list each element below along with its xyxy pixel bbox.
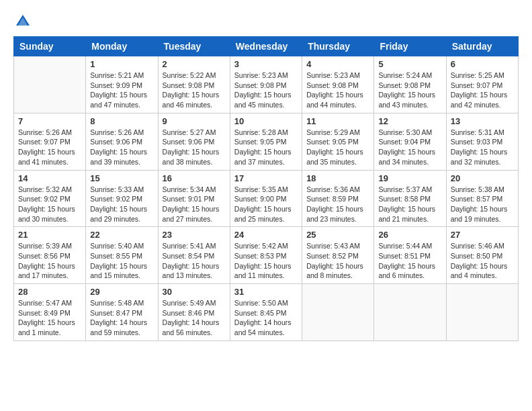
calendar-cell: 14Sunrise: 5:32 AM Sunset: 9:02 PM Dayli…: [14, 170, 86, 227]
day-number: 21: [18, 230, 81, 240]
calendar-cell: 24Sunrise: 5:42 AM Sunset: 8:53 PM Dayli…: [230, 227, 302, 284]
day-number: 30: [163, 287, 226, 297]
calendar-cell: [446, 284, 518, 341]
calendar-cell: 30Sunrise: 5:49 AM Sunset: 8:46 PM Dayli…: [158, 284, 230, 341]
day-number: 12: [378, 116, 441, 126]
day-info: Sunrise: 5:40 AM Sunset: 8:55 PM Dayligh…: [90, 241, 153, 281]
week-row-3: 14Sunrise: 5:32 AM Sunset: 9:02 PM Dayli…: [14, 170, 519, 227]
day-info: Sunrise: 5:30 AM Sunset: 9:04 PM Dayligh…: [378, 128, 441, 167]
calendar-cell: 3Sunrise: 5:23 AM Sunset: 9:08 PM Daylig…: [230, 56, 302, 113]
calendar-cell: 21Sunrise: 5:39 AM Sunset: 8:56 PM Dayli…: [14, 227, 86, 284]
day-number: 13: [451, 116, 514, 126]
day-info: Sunrise: 5:42 AM Sunset: 8:53 PM Dayligh…: [234, 241, 298, 281]
day-number: 5: [378, 59, 441, 69]
day-number: 4: [306, 59, 369, 69]
week-row-1: 1Sunrise: 5:21 AM Sunset: 9:09 PM Daylig…: [14, 56, 519, 113]
day-info: Sunrise: 5:26 AM Sunset: 9:07 PM Dayligh…: [18, 128, 81, 167]
day-info: Sunrise: 5:28 AM Sunset: 9:05 PM Dayligh…: [234, 128, 298, 167]
day-number: 19: [378, 173, 441, 183]
day-number: 3: [234, 59, 298, 69]
week-row-2: 7Sunrise: 5:26 AM Sunset: 9:07 PM Daylig…: [14, 113, 519, 170]
day-number: 25: [306, 230, 369, 240]
day-info: Sunrise: 5:39 AM Sunset: 8:56 PM Dayligh…: [18, 241, 81, 281]
day-info: Sunrise: 5:32 AM Sunset: 9:02 PM Dayligh…: [18, 185, 81, 224]
calendar-cell: [14, 56, 86, 113]
header-thursday: Thursday: [302, 37, 374, 56]
calendar-cell: 31Sunrise: 5:50 AM Sunset: 8:45 PM Dayli…: [230, 284, 302, 341]
calendar-cell: 2Sunrise: 5:22 AM Sunset: 9:08 PM Daylig…: [158, 56, 230, 113]
day-info: Sunrise: 5:43 AM Sunset: 8:52 PM Dayligh…: [306, 241, 369, 281]
day-number: 2: [163, 59, 226, 69]
calendar-cell: 28Sunrise: 5:47 AM Sunset: 8:49 PM Dayli…: [14, 284, 86, 341]
day-info: Sunrise: 5:26 AM Sunset: 9:06 PM Dayligh…: [90, 128, 153, 167]
day-number: 20: [451, 173, 514, 183]
day-info: Sunrise: 5:27 AM Sunset: 9:06 PM Dayligh…: [163, 128, 226, 167]
day-number: 1: [90, 59, 153, 69]
calendar-cell: 13Sunrise: 5:31 AM Sunset: 9:03 PM Dayli…: [446, 113, 518, 170]
calendar-cell: 27Sunrise: 5:46 AM Sunset: 8:50 PM Dayli…: [446, 227, 518, 284]
header-sunday: Sunday: [14, 37, 86, 56]
calendar-cell: 12Sunrise: 5:30 AM Sunset: 9:04 PM Dayli…: [374, 113, 446, 170]
header-wednesday: Wednesday: [230, 37, 302, 56]
calendar-cell: 29Sunrise: 5:48 AM Sunset: 8:47 PM Dayli…: [86, 284, 158, 341]
day-info: Sunrise: 5:46 AM Sunset: 8:50 PM Dayligh…: [451, 241, 514, 281]
day-number: 11: [306, 116, 369, 126]
day-info: Sunrise: 5:21 AM Sunset: 9:09 PM Dayligh…: [90, 71, 153, 110]
day-number: 26: [378, 230, 441, 240]
day-info: Sunrise: 5:50 AM Sunset: 8:45 PM Dayligh…: [234, 298, 298, 338]
page-header: [13, 13, 519, 30]
day-number: 27: [451, 230, 514, 240]
day-info: Sunrise: 5:44 AM Sunset: 8:51 PM Dayligh…: [378, 241, 441, 281]
calendar-cell: 5Sunrise: 5:24 AM Sunset: 9:08 PM Daylig…: [374, 56, 446, 113]
calendar-cell: 22Sunrise: 5:40 AM Sunset: 8:55 PM Dayli…: [86, 227, 158, 284]
calendar-cell: [302, 284, 374, 341]
day-number: 6: [451, 59, 514, 69]
day-info: Sunrise: 5:33 AM Sunset: 9:02 PM Dayligh…: [90, 185, 153, 224]
header-saturday: Saturday: [446, 37, 518, 56]
day-number: 9: [163, 116, 226, 126]
day-info: Sunrise: 5:29 AM Sunset: 9:05 PM Dayligh…: [306, 128, 369, 167]
day-info: Sunrise: 5:31 AM Sunset: 9:03 PM Dayligh…: [451, 128, 514, 167]
calendar-cell: 15Sunrise: 5:33 AM Sunset: 9:02 PM Dayli…: [86, 170, 158, 227]
day-info: Sunrise: 5:49 AM Sunset: 8:46 PM Dayligh…: [163, 298, 226, 338]
day-number: 23: [163, 230, 226, 240]
calendar-cell: 4Sunrise: 5:23 AM Sunset: 9:08 PM Daylig…: [302, 56, 374, 113]
header-tuesday: Tuesday: [158, 37, 230, 56]
header-friday: Friday: [374, 37, 446, 56]
header-monday: Monday: [86, 37, 158, 56]
calendar-cell: 16Sunrise: 5:34 AM Sunset: 9:01 PM Dayli…: [158, 170, 230, 227]
calendar-cell: 23Sunrise: 5:41 AM Sunset: 8:54 PM Dayli…: [158, 227, 230, 284]
day-info: Sunrise: 5:25 AM Sunset: 9:07 PM Dayligh…: [451, 71, 514, 110]
calendar-cell: 7Sunrise: 5:26 AM Sunset: 9:07 PM Daylig…: [14, 113, 86, 170]
calendar-cell: 18Sunrise: 5:36 AM Sunset: 8:59 PM Dayli…: [302, 170, 374, 227]
day-number: 18: [306, 173, 369, 183]
calendar-cell: 8Sunrise: 5:26 AM Sunset: 9:06 PM Daylig…: [86, 113, 158, 170]
day-info: Sunrise: 5:37 AM Sunset: 8:58 PM Dayligh…: [378, 185, 441, 224]
day-number: 10: [234, 116, 298, 126]
calendar-cell: 26Sunrise: 5:44 AM Sunset: 8:51 PM Dayli…: [374, 227, 446, 284]
calendar-cell: 20Sunrise: 5:38 AM Sunset: 8:57 PM Dayli…: [446, 170, 518, 227]
day-number: 31: [234, 287, 298, 297]
day-number: 24: [234, 230, 298, 240]
calendar-cell: 11Sunrise: 5:29 AM Sunset: 9:05 PM Dayli…: [302, 113, 374, 170]
day-number: 16: [163, 173, 226, 183]
calendar-cell: 6Sunrise: 5:25 AM Sunset: 9:07 PM Daylig…: [446, 56, 518, 113]
day-info: Sunrise: 5:36 AM Sunset: 8:59 PM Dayligh…: [306, 185, 369, 224]
calendar-cell: [374, 284, 446, 341]
day-info: Sunrise: 5:23 AM Sunset: 9:08 PM Dayligh…: [234, 71, 298, 110]
day-info: Sunrise: 5:35 AM Sunset: 9:00 PM Dayligh…: [234, 185, 298, 224]
day-number: 28: [18, 287, 81, 297]
day-info: Sunrise: 5:24 AM Sunset: 9:08 PM Dayligh…: [378, 71, 441, 110]
calendar-header-row: SundayMondayTuesdayWednesdayThursdayFrid…: [14, 37, 519, 56]
calendar-cell: 17Sunrise: 5:35 AM Sunset: 9:00 PM Dayli…: [230, 170, 302, 227]
calendar-cell: 1Sunrise: 5:21 AM Sunset: 9:09 PM Daylig…: [86, 56, 158, 113]
day-info: Sunrise: 5:41 AM Sunset: 8:54 PM Dayligh…: [163, 241, 226, 281]
logo-icon: [15, 13, 31, 30]
calendar-cell: 10Sunrise: 5:28 AM Sunset: 9:05 PM Dayli…: [230, 113, 302, 170]
day-number: 14: [18, 173, 81, 183]
calendar-cell: 25Sunrise: 5:43 AM Sunset: 8:52 PM Dayli…: [302, 227, 374, 284]
calendar-cell: 19Sunrise: 5:37 AM Sunset: 8:58 PM Dayli…: [374, 170, 446, 227]
day-info: Sunrise: 5:38 AM Sunset: 8:57 PM Dayligh…: [451, 185, 514, 224]
day-info: Sunrise: 5:22 AM Sunset: 9:08 PM Dayligh…: [163, 71, 226, 110]
day-number: 29: [90, 287, 153, 297]
